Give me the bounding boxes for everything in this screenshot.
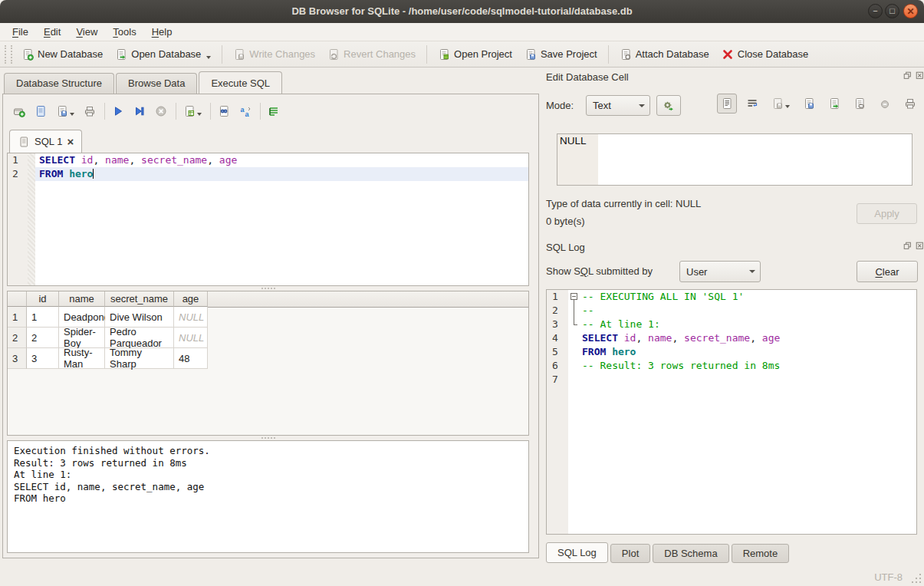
table-cell[interactable]: 1 (27, 307, 59, 328)
folder-open-button[interactable] (32, 103, 49, 120)
table-cell[interactable]: Rusty-Man (59, 348, 105, 369)
log-line[interactable]: 7 (547, 373, 916, 387)
float-dock-icon[interactable] (903, 242, 913, 252)
table-cell[interactable]: NULL (174, 307, 208, 328)
row-header[interactable]: 2 (8, 328, 27, 348)
printer-button[interactable] (900, 94, 920, 114)
row-header[interactable]: 1 (8, 307, 27, 328)
cell-editor[interactable]: NULL (557, 133, 912, 186)
sql-tab[interactable]: SQL 1 × (9, 130, 82, 153)
menu-file[interactable]: File (5, 24, 36, 40)
export-arrow-button[interactable] (824, 94, 844, 114)
table-cell[interactable]: 2 (27, 328, 59, 348)
format-text-button[interactable]: aa (237, 103, 254, 120)
save-project-button[interactable]: Save Project (518, 45, 603, 64)
log-line[interactable]: 3-- At line 1: (547, 318, 916, 331)
doc-text-button[interactable] (717, 94, 737, 114)
word-wrap-green-button[interactable] (265, 103, 282, 120)
log-line[interactable]: 6-- Result: 3 rows returned in 8ms (547, 359, 916, 373)
minimize-button[interactable]: − (868, 4, 883, 18)
word-wrap-button[interactable] (742, 94, 762, 114)
new-database-button[interactable]: New Database (15, 45, 109, 64)
tab-database-structure[interactable]: Database Structure (4, 73, 114, 94)
menu-help[interactable]: Help (144, 24, 180, 40)
auto-switch-mode-button[interactable] (656, 95, 681, 116)
tab-browse-data[interactable]: Browse Data (116, 73, 197, 94)
log-line[interactable]: 5FROM hero (547, 345, 916, 359)
log-line[interactable]: 1-- EXECUTING ALL IN 'SQL 1' (547, 290, 916, 304)
tab-new-button[interactable] (11, 103, 28, 120)
code-line[interactable]: 2FROM hero (8, 167, 528, 181)
column-header-name[interactable]: name (59, 291, 105, 307)
maximize-button[interactable]: □ (885, 4, 899, 18)
fold-margin (568, 331, 580, 345)
fold-margin (568, 373, 580, 387)
stop-button[interactable] (153, 103, 169, 120)
save-results-button[interactable] (181, 103, 204, 120)
menu-tools[interactable]: Tools (105, 24, 143, 40)
column-header-secret-name[interactable]: secret_name (105, 291, 174, 307)
sql-tab-close-icon[interactable]: × (67, 136, 74, 147)
column-header-age[interactable]: age (174, 291, 208, 307)
revert-changes-button[interactable]: Revert Changes (321, 45, 422, 64)
log-line[interactable]: 4SELECT id, name, secret_name, age (547, 331, 916, 345)
menu-view[interactable]: View (68, 24, 105, 40)
log-line[interactable]: 2-- (547, 304, 916, 318)
close-database-icon (722, 48, 734, 61)
sql-code-editor[interactable]: 1SELECT id, name, secret_name, age2FROM … (7, 153, 529, 286)
fold-margin (568, 304, 580, 318)
dock-tab-plot[interactable]: Plot (610, 544, 650, 563)
attach-database-icon (620, 48, 632, 61)
encoding-indicator[interactable]: UTF-8 (874, 571, 903, 583)
open-project-button[interactable]: Open Project (432, 45, 518, 64)
menu-edit[interactable]: Edit (36, 24, 68, 40)
table-cell[interactable]: 3 (27, 348, 59, 369)
apply-button[interactable]: Apply (857, 203, 917, 224)
play-to-end-button[interactable] (131, 103, 148, 120)
save-gray-button[interactable] (768, 94, 794, 114)
mode-combobox[interactable]: Text (586, 95, 650, 116)
close-database-button[interactable]: Close Database (715, 45, 815, 64)
row-header[interactable]: 3 (8, 348, 27, 369)
corner-header-cell[interactable] (8, 291, 27, 307)
code-line[interactable]: 1SELECT id, name, secret_name, age (8, 153, 528, 167)
column-header-id[interactable]: id (27, 291, 59, 307)
link-button[interactable] (850, 94, 870, 114)
sql-log-view[interactable]: 1-- EXECUTING ALL IN 'SQL 1'2--3-- At li… (546, 289, 917, 535)
resize-grip-icon[interactable] (912, 574, 921, 583)
table-cell[interactable]: Tommy Sharp (105, 348, 174, 369)
find-button[interactable] (215, 103, 232, 120)
dock-tab-sql-log[interactable]: SQL Log (546, 542, 608, 563)
remove-button[interactable] (875, 94, 895, 114)
open-database-button[interactable]: Open Database (109, 45, 217, 64)
execution-message-box[interactable]: Execution finished without errors. Resul… (7, 440, 529, 553)
table-cell[interactable]: Dive Wilson (105, 307, 174, 328)
svg-text:a: a (245, 110, 250, 118)
dock-tab-remote[interactable]: Remote (732, 544, 790, 563)
dock-tab-db-schema[interactable]: DB Schema (653, 544, 728, 563)
new-database-icon (21, 48, 34, 61)
close-dock-icon[interactable] (916, 71, 924, 81)
fold-collapse-icon[interactable] (571, 293, 577, 300)
printer-button[interactable] (81, 103, 98, 120)
attach-database-button[interactable]: Attach Database (613, 45, 715, 64)
clear-button[interactable]: Clear (857, 261, 918, 282)
table-cell[interactable]: Spider-Boy (59, 328, 105, 348)
table-cell[interactable]: Deadpond (59, 307, 105, 328)
save-file-button[interactable] (54, 103, 77, 120)
sql-source-combobox[interactable]: User (679, 261, 761, 282)
close-dock-icon[interactable] (916, 242, 924, 252)
table-cell[interactable]: Pedro Parqueador (105, 328, 174, 348)
toolbar-drag-handle[interactable] (5, 45, 12, 64)
close-button[interactable]: ✕ (903, 4, 918, 18)
results-table[interactable]: idnamesecret_nameage11DeadpondDive Wilso… (7, 291, 529, 436)
table-cell[interactable]: 48 (174, 348, 208, 369)
write-changes-button[interactable]: Write Changes (227, 45, 321, 64)
tab-execute-sql[interactable]: Execute SQL (199, 71, 282, 94)
save-blue-button[interactable] (799, 94, 819, 114)
fold-margin (28, 167, 35, 181)
table-cell[interactable]: NULL (174, 328, 208, 348)
play-button[interactable] (110, 103, 127, 120)
float-dock-icon[interactable] (903, 71, 913, 81)
titlebar[interactable]: DB Browser for SQLite - /home/user/code/… (0, 0, 924, 24)
